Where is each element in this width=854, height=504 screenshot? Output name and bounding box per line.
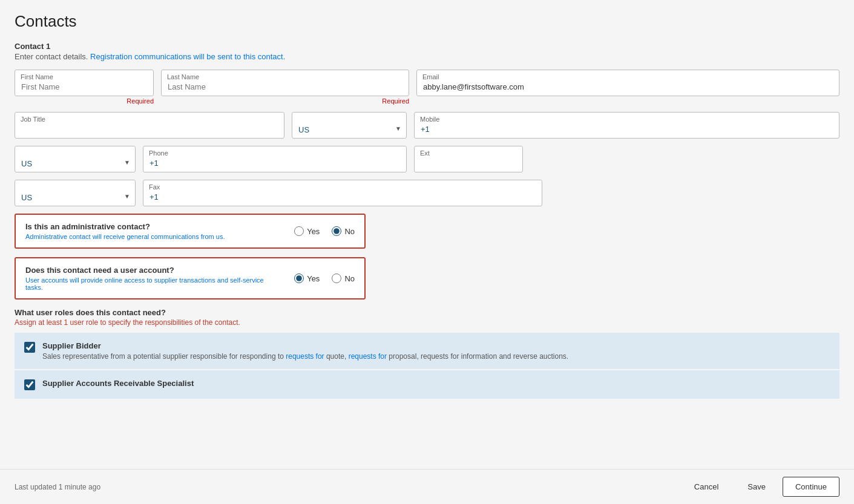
supplier-bidder-desc: Sales representative from a potential su… (42, 352, 568, 361)
user-account-no-label: No (344, 274, 355, 283)
contact-section-label: Contact 1 (15, 42, 839, 51)
first-name-field: First Name Required (15, 70, 154, 105)
first-name-input[interactable] (15, 70, 154, 96)
phone-input[interactable] (143, 146, 407, 172)
page-title: Contacts (15, 12, 839, 31)
admin-yes-label: Yes (307, 227, 320, 236)
country-fax-chevron-icon: ▼ (124, 193, 130, 200)
country-mobile-chevron-icon: ▼ (395, 125, 401, 132)
admin-no-option[interactable]: No (332, 226, 355, 236)
user-account-radio-group: Yes No (294, 273, 355, 283)
country-phone-field: Country US CA GB ▼ (15, 146, 136, 172)
role-item-supplier-ar: Supplier Accounts Receivable Specialist (15, 370, 839, 399)
user-account-no-option[interactable]: No (332, 273, 355, 283)
user-account-yes-radio[interactable] (294, 273, 304, 283)
last-updated: Last updated 1 minute ago (15, 483, 100, 491)
roles-subtitle: Assign at least 1 user role to specify t… (15, 318, 839, 327)
main-content: Contacts Contact 1 Enter contact details… (0, 0, 854, 469)
admin-yes-option[interactable]: Yes (294, 226, 320, 236)
cancel-button[interactable]: Cancel (682, 477, 731, 496)
form-row-3: Country US CA GB ▼ Phone Ext (15, 146, 839, 172)
supplier-ar-name: Supplier Accounts Receivable Specialist (42, 379, 194, 388)
contact-desc-plain: Enter contact details. (15, 52, 90, 61)
country-mobile-select[interactable]: US CA GB (298, 125, 394, 134)
fax-input[interactable] (143, 180, 542, 206)
phone-field: Phone (143, 146, 407, 172)
user-account-question-box: Does this contact need a user account? U… (15, 257, 366, 299)
supplier-bidder-checkbox[interactable] (24, 342, 35, 353)
last-name-input[interactable] (161, 70, 409, 96)
contact-section-desc: Enter contact details. Registration comm… (15, 52, 839, 61)
roles-title: What user roles does this contact need? (15, 308, 839, 317)
admin-no-label: No (344, 227, 355, 236)
supplier-bidder-name: Supplier Bidder (42, 341, 568, 350)
fax-field: Fax (143, 180, 542, 206)
ext-field: Ext (414, 146, 523, 172)
last-name-required: Required (161, 97, 409, 105)
form-row-4: Country US CA GB ▼ Fax (15, 180, 839, 206)
country-fax-select-wrapper[interactable]: US CA GB ▼ (15, 180, 136, 206)
contact-desc-link[interactable]: Registration communications will be sent… (90, 52, 285, 61)
admin-no-radio[interactable] (332, 226, 341, 236)
country-phone-chevron-icon: ▼ (124, 159, 130, 166)
country-phone-select-wrapper[interactable]: US CA GB ▼ (15, 146, 136, 172)
save-button[interactable]: Save (735, 477, 778, 496)
ext-input[interactable] (414, 146, 523, 172)
job-title-input[interactable] (15, 112, 284, 139)
user-account-sublabel: User accounts will provide online access… (25, 277, 280, 291)
user-account-yes-label: Yes (307, 274, 320, 283)
mobile-input[interactable] (414, 112, 839, 139)
last-name-field: Last Name Required (161, 70, 409, 105)
form-row-2: Job Title Country US CA GB ▼ Mobile (15, 112, 839, 139)
country-phone-select[interactable]: US CA GB (21, 159, 123, 168)
country-mobile-field: Country US CA GB ▼ (292, 112, 407, 139)
email-input[interactable] (416, 70, 839, 96)
user-account-no-radio[interactable] (332, 273, 341, 283)
footer-buttons: Cancel Save Continue (682, 477, 839, 497)
user-account-yes-option[interactable]: Yes (294, 273, 320, 283)
country-mobile-select-wrapper[interactable]: US CA GB ▼ (292, 112, 407, 139)
user-account-label: Does this contact need a user account? (25, 266, 280, 275)
user-account-text-block: Does this contact need a user account? U… (25, 266, 280, 291)
admin-question-text-block: Is this an administrative contact? Admin… (25, 222, 280, 240)
country-fax-field: Country US CA GB ▼ (15, 180, 136, 206)
roles-section: What user roles does this contact need? … (15, 308, 839, 399)
admin-radio-group: Yes No (294, 226, 355, 236)
page-footer: Last updated 1 minute ago Cancel Save Co… (0, 469, 854, 504)
role-item-supplier-bidder: Supplier Bidder Sales representative fro… (15, 333, 839, 369)
admin-yes-radio[interactable] (294, 226, 304, 236)
form-row-1: First Name Required Last Name Required E… (15, 70, 839, 105)
requests-for-quote-link[interactable]: requests for (286, 352, 324, 361)
email-field: Email (416, 70, 839, 96)
mobile-field: Mobile (414, 112, 839, 139)
admin-question-sublabel: Administrative contact will receive gene… (25, 233, 280, 240)
admin-question-label: Is this an administrative contact? (25, 222, 280, 231)
admin-question-box: Is this an administrative contact? Admin… (15, 214, 366, 249)
continue-button[interactable]: Continue (783, 477, 839, 497)
requests-for-proposal-link[interactable]: requests for (349, 352, 387, 361)
country-fax-select[interactable]: US CA GB (21, 193, 123, 202)
first-name-required: Required (15, 97, 154, 105)
role-info-supplier-ar: Supplier Accounts Receivable Specialist (42, 379, 194, 390)
role-info-supplier-bidder: Supplier Bidder Sales representative fro… (42, 341, 568, 361)
page-wrapper: Contacts Contact 1 Enter contact details… (0, 0, 854, 504)
job-title-field: Job Title (15, 112, 284, 139)
supplier-ar-checkbox[interactable] (24, 379, 35, 390)
